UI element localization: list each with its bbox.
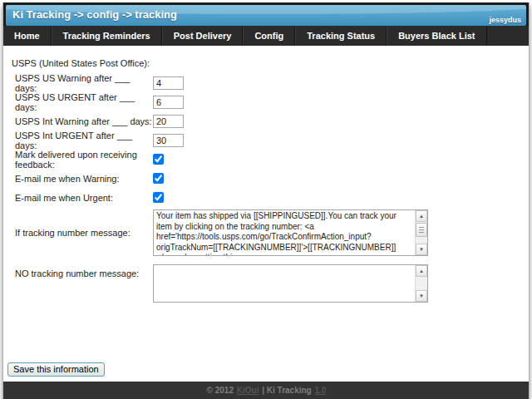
tab-tracking-status[interactable]: Tracking Status [295, 26, 387, 46]
usps-int-warning-days-input[interactable] [153, 115, 184, 128]
tab-tracking-reminders[interactable]: Tracking Reminders [52, 26, 162, 46]
usps-int-urgent-days-input[interactable] [153, 134, 184, 147]
config-form: USPS (United States Post Office): USPS U… [3, 58, 529, 382]
if-tracking-message-textarea[interactable]: Your item has shipped via [[SHIPPINGUSED… [153, 209, 428, 256]
field-row-usps-int-urgent: USPS Int URGENT after ___ days: [15, 131, 529, 150]
textarea-row-no-tracking: NO tracking number message: ▲ ▼ [15, 264, 529, 303]
field-label: USPS US URGENT after ___ days: [15, 92, 153, 112]
usps-us-warning-days-input[interactable] [153, 76, 184, 90]
checkbox-row-email-urgent: E-mail me when Urgent: [15, 188, 529, 207]
footer-brand-link[interactable]: KiOui [237, 386, 259, 395]
checkbox-label: E-mail me when Warning: [15, 174, 153, 184]
scroll-up-icon[interactable]: ▲ [416, 265, 427, 277]
usps-us-urgent-days-input[interactable] [153, 96, 184, 109]
footer-app-name: | Ki Tracking [262, 386, 311, 395]
footer-version-link[interactable]: 1.0 [315, 386, 327, 395]
scrollbar-track[interactable] [416, 277, 427, 290]
tab-home[interactable]: Home [3, 26, 52, 46]
checkbox-label: E-mail me when Urgent: [15, 193, 153, 203]
main-nav: Home Tracking Reminders Post Delivery Co… [3, 26, 529, 46]
logged-in-username: jessydus [489, 16, 521, 24]
header-blue-bar: Ki Tracking -> config -> tracking jessyd… [6, 5, 526, 26]
email-urgent-checkbox[interactable] [153, 192, 164, 203]
scroll-up-icon[interactable]: ▲ [416, 210, 427, 222]
textarea-row-if-tracking: If tracking number message: Your item ha… [15, 209, 529, 256]
textarea-scrollbar[interactable]: ▲ ▼ [415, 265, 427, 302]
field-label: USPS US Warning after ___ days: [15, 73, 153, 93]
checkbox-label: Mark delivered upon receiving feedback: [15, 150, 153, 170]
tab-buyers-black-list[interactable]: Buyers Black List [387, 26, 486, 46]
footer: © 2012 KiOui | Ki Tracking 1.0 [3, 382, 529, 399]
no-tracking-message-textarea[interactable]: ▲ ▼ [153, 264, 428, 303]
checkbox-row-email-warning: E-mail me when Warning: [15, 169, 529, 188]
app-window: Ki Tracking -> config -> tracking jessyd… [2, 2, 530, 399]
tab-config[interactable]: Config [243, 26, 295, 46]
scrollbar-thumb[interactable] [416, 223, 427, 237]
footer-copyright: © 2012 [207, 386, 234, 395]
textarea-scrollbar[interactable]: ▲ ▼ [415, 210, 427, 255]
textarea-label: If tracking number message: [15, 228, 153, 238]
section-title: USPS (United States Post Office): [12, 58, 529, 68]
field-row-usps-int-warning: USPS Int Warning after ___ days: [15, 111, 529, 131]
save-button[interactable]: Save this information [7, 362, 105, 377]
scroll-down-icon[interactable]: ▼ [416, 290, 427, 302]
field-row-usps-us-urgent: USPS US URGENT after ___ days: [15, 92, 529, 111]
field-row-usps-us-warning: USPS US Warning after ___ days: [15, 73, 529, 92]
email-warning-checkbox[interactable] [153, 173, 164, 184]
mark-delivered-checkbox[interactable] [153, 154, 164, 165]
scroll-down-icon[interactable]: ▼ [416, 244, 427, 255]
field-label: USPS Int URGENT after ___ days: [15, 131, 153, 150]
field-label: USPS Int Warning after ___ days: [15, 116, 153, 126]
top-header: Ki Tracking -> config -> tracking jessyd… [3, 2, 529, 26]
textarea-text[interactable]: Your item has shipped via [[SHIPPINGUSED… [154, 210, 415, 255]
textarea-label: NO tracking number message: [15, 268, 153, 278]
tab-post-delivery[interactable]: Post Delivery [162, 26, 244, 46]
scrollbar-track[interactable] [416, 238, 427, 244]
checkbox-row-mark-delivered: Mark delivered upon receiving feedback: [15, 150, 529, 169]
breadcrumb-title: Ki Tracking -> config -> tracking [12, 8, 177, 21]
textarea-text[interactable] [154, 265, 415, 302]
